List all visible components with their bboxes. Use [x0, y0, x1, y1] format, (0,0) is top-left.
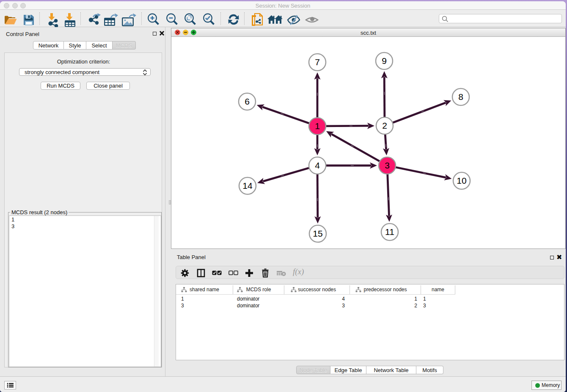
svg-text:2: 2: [382, 121, 387, 130]
svg-text:1: 1: [315, 121, 320, 131]
svg-text:6: 6: [245, 97, 250, 106]
svg-text:3: 3: [385, 160, 390, 170]
svg-text:4: 4: [315, 160, 320, 170]
svg-text:11: 11: [385, 227, 394, 237]
svg-text:15: 15: [313, 229, 322, 238]
svg-text:14: 14: [242, 181, 253, 190]
svg-text:8: 8: [458, 92, 463, 102]
svg-text:9: 9: [382, 56, 387, 66]
svg-text:7: 7: [315, 57, 320, 67]
svg-text:10: 10: [457, 176, 466, 185]
